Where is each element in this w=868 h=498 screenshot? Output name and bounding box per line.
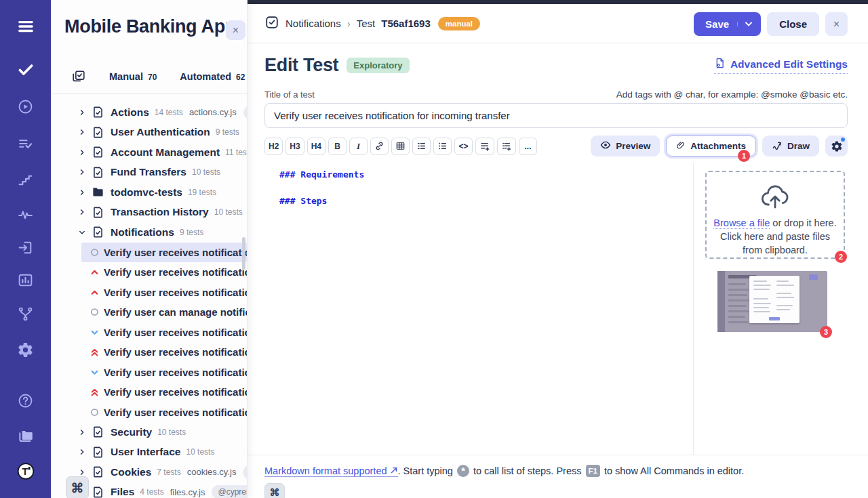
add-bullet-step-button[interactable] — [475, 138, 494, 155]
chevron-right-icon[interactable] — [78, 148, 87, 157]
bullet-list-button[interactable] — [433, 138, 452, 155]
table-button[interactable] — [391, 138, 410, 155]
tree-test-item[interactable]: Verify user receives notification — [81, 402, 247, 423]
asterisk-key-badge: * — [457, 465, 469, 477]
thumbnail-step-badge: 3 — [820, 326, 832, 338]
chevron-right-icon[interactable] — [78, 208, 87, 217]
tree-section-notifications[interactable]: Notifications9 tests — [51, 222, 247, 243]
heading3-button[interactable]: H3 — [285, 138, 304, 155]
thumbnail-button — [809, 274, 818, 280]
projects-folder-icon[interactable] — [17, 427, 35, 444]
reports-chart-icon[interactable] — [17, 271, 35, 289]
svg-text:T: T — [22, 465, 28, 476]
tree-test-item[interactable]: Verify user receives notification — [81, 262, 247, 283]
tag-badge: @cy — [243, 465, 248, 479]
status-failed-icon — [90, 287, 100, 297]
file-check-icon — [92, 486, 104, 498]
attachments-count-badge: 1 — [738, 150, 750, 162]
tree-section-transaction-history[interactable]: Transaction History10 tests — [51, 203, 247, 223]
link-button[interactable] — [370, 138, 389, 155]
app-logo[interactable]: T — [17, 462, 35, 480]
editor-cmd-key-badge[interactable]: ⌘ — [264, 483, 285, 498]
scribble-arrow-icon — [772, 140, 783, 152]
tree-test-item[interactable]: Verify user receives notification — [81, 323, 247, 343]
preview-button[interactable]: Preview — [591, 136, 660, 157]
chevron-right-icon[interactable] — [78, 128, 87, 137]
tree-test-item[interactable]: Verify user receives notification — [81, 382, 247, 402]
status-passed-icon — [90, 327, 100, 337]
close-button[interactable]: Close — [767, 12, 819, 36]
tree-scrollbar-thumb[interactable] — [242, 237, 245, 270]
draw-button[interactable]: Draw — [762, 136, 819, 157]
save-dropdown-caret[interactable] — [737, 22, 752, 26]
markdown-editor[interactable]: ### Requirements ### Steps Browse a file… — [248, 163, 868, 455]
heading4-button[interactable]: H4 — [307, 138, 326, 155]
italic-button[interactable]: I — [349, 138, 368, 155]
editor-line-steps[interactable]: ### Steps — [279, 196, 364, 206]
paperclip-icon — [676, 140, 686, 152]
tree-section-user-authentication[interactable]: User Authentication9 tests — [51, 123, 247, 143]
drawer-close-button[interactable]: × — [226, 20, 245, 40]
menu-icon[interactable] — [17, 18, 35, 35]
editor-settings-button[interactable] — [825, 136, 848, 157]
chevron-right-icon[interactable] — [78, 468, 87, 476]
tree-test-item[interactable]: Verify user receives notification — [81, 342, 247, 362]
test-tree: Actions14 testsactions.cy.js@cyUser Auth… — [51, 102, 247, 498]
bold-button[interactable]: B — [328, 138, 347, 155]
file-dropzone[interactable]: Browse a file or drop it here. Click her… — [705, 171, 845, 259]
chevron-down-icon[interactable] — [78, 228, 87, 236]
more-tools-button[interactable]: ... — [519, 138, 537, 155]
title-field-label: Title of a test — [264, 89, 315, 100]
branch-icon[interactable] — [17, 305, 35, 323]
tree-section-account-management[interactable]: Account Management11 tests — [51, 142, 247, 163]
sign-in-icon[interactable] — [17, 238, 35, 256]
tree-test-item[interactable]: Verify user can manage notifica — [81, 302, 247, 323]
chevron-right-icon[interactable] — [78, 168, 87, 177]
heading2-button[interactable]: H2 — [264, 138, 283, 155]
editor-line-requirements[interactable]: ### Requirements — [279, 169, 364, 180]
test-list-icon[interactable] — [17, 135, 35, 152]
tests-check-icon[interactable] — [17, 61, 35, 79]
play-runs-icon[interactable] — [17, 98, 35, 115]
test-title-input[interactable] — [264, 103, 848, 128]
breadcrumb: Notifications › Test T56af1693 manual — [264, 15, 480, 33]
steps-icon[interactable] — [17, 171, 35, 188]
code-button[interactable]: <> — [454, 138, 473, 155]
thumbnail-modal-button — [769, 317, 780, 320]
tab-manual[interactable]: Manual 70 — [109, 71, 157, 82]
tab-automated[interactable]: Automated 62 — [180, 71, 245, 82]
drawer-cmd-key-badge[interactable]: ⌘ — [66, 476, 89, 498]
file-check-icon — [92, 226, 104, 238]
chevron-right-icon[interactable] — [78, 188, 87, 196]
markdown-supported-link[interactable]: Markdown format supported — [264, 465, 398, 477]
attachments-button[interactable]: Attachments 1 — [666, 136, 756, 157]
save-button[interactable]: Save — [694, 12, 761, 36]
editor-attachments-divider — [693, 163, 694, 455]
file-check-icon — [92, 166, 104, 179]
help-icon[interactable] — [17, 392, 35, 409]
tree-test-item[interactable]: Verify user receives notification — [81, 243, 247, 263]
advanced-edit-settings-link[interactable]: Advanced Edit Settings — [714, 57, 848, 74]
tree-section-todomvc-tests[interactable]: todomvc-tests19 tests — [51, 182, 247, 203]
tree-test-item[interactable]: Verify user receives notification — [81, 362, 247, 383]
add-numbered-step-button[interactable] — [497, 138, 516, 155]
dismiss-x-button[interactable]: × — [825, 12, 848, 36]
main-header: Notifications › Test T56af1693 manual Sa… — [248, 4, 868, 43]
tree-section-actions[interactable]: Actions14 testsactions.cy.js@cy — [51, 102, 247, 123]
chevron-right-icon[interactable] — [78, 108, 87, 117]
tree-section-security[interactable]: Security10 tests — [51, 422, 247, 442]
attachment-thumbnail[interactable]: 3 — [717, 271, 827, 332]
status-failed-twice-icon — [90, 348, 100, 357]
paste-hint-text: Click here and paste files from clipboar… — [720, 231, 830, 255]
activity-pulse-icon[interactable] — [17, 205, 35, 223]
chevron-right-icon[interactable] — [78, 448, 87, 457]
chevron-right-icon[interactable] — [78, 428, 87, 436]
ordered-list-button[interactable] — [412, 138, 431, 155]
settings-gear-icon[interactable] — [17, 341, 35, 358]
test-check-square-icon — [264, 15, 279, 33]
breadcrumb-section[interactable]: Notifications — [285, 18, 341, 29]
tree-section-fund-transfers[interactable]: Fund Transfers10 tests — [51, 163, 247, 183]
tree-section-user-interface[interactable]: User Interface10 tests — [51, 442, 247, 463]
tree-test-item[interactable]: Verify user receives notification — [81, 283, 247, 303]
browse-file-link[interactable]: Browse a file — [713, 217, 770, 229]
